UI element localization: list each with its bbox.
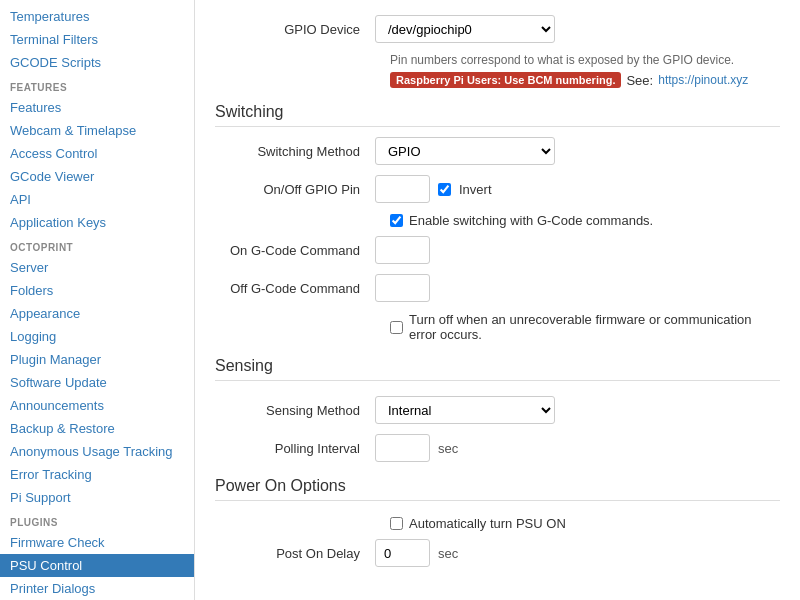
sidebar-item-printer-dialogs[interactable]: Printer Dialogs [0,577,194,600]
section-label-plugins: Plugins [0,509,194,531]
on-off-gpio-pin-row: On/Off GPIO Pin 17 Invert [215,175,780,203]
sensing-method-label: Sensing Method [215,403,375,418]
sidebar-item-terminal-filters[interactable]: Terminal Filters [0,28,194,51]
section-label-octoprint: OctoPrint [0,234,194,256]
invert-label: Invert [459,182,492,197]
sidebar-item-folders[interactable]: Folders [0,279,194,302]
polling-interval-control: 5 sec [375,434,458,462]
sidebar-item-plugin-manager[interactable]: Plugin Manager [0,348,194,371]
off-gcode-label: Off G-Code Command [215,281,375,296]
sidebar-item-webcam-timelapse[interactable]: Webcam & Timelapse [0,119,194,142]
off-gcode-input[interactable]: M81 [375,274,430,302]
on-gcode-row: On G-Code Command M80 [215,236,780,264]
gpio-alert-row: Raspberry Pi Users: Use BCM numbering. S… [390,72,780,88]
switching-method-control: GPIO [375,137,555,165]
turn-off-on-error-label: Turn off when an unrecoverable firmware … [409,312,780,342]
auto-turn-on-label: Automatically turn PSU ON [409,516,566,531]
sidebar-item-announcements[interactable]: Announcements [0,394,194,417]
sidebar-item-appearance[interactable]: Appearance [0,302,194,325]
sidebar-item-gcode-viewer[interactable]: GCode Viewer [0,165,194,188]
sidebar-item-anonymous-usage-tracking[interactable]: Anonymous Usage Tracking [0,440,194,463]
sidebar-item-software-update[interactable]: Software Update [0,371,194,394]
enable-switching-checkbox[interactable] [390,214,403,227]
section-label-features: Features [0,74,194,96]
turn-off-on-error-row: Turn off when an unrecoverable firmware … [390,312,780,342]
invert-checkbox[interactable] [438,183,451,196]
off-gcode-control: M81 [375,274,430,302]
sidebar: Temperatures Terminal Filters GCODE Scri… [0,0,195,600]
post-on-delay-row: Post On Delay sec [215,539,780,567]
sidebar-item-features[interactable]: Features [0,96,194,119]
polling-interval-row: Polling Interval 5 sec [215,434,780,462]
turn-off-on-error-checkbox[interactable] [390,321,403,334]
main-content: GPIO Device /dev/gpiochip0 Pin numbers c… [195,0,800,600]
sidebar-item-firmware-check[interactable]: Firmware Check [0,531,194,554]
on-off-gpio-pin-label: On/Off GPIO Pin [215,182,375,197]
sidebar-item-backup-restore[interactable]: Backup & Restore [0,417,194,440]
power-on-options-title: Power On Options [215,477,780,501]
sidebar-item-error-tracking[interactable]: Error Tracking [0,463,194,486]
off-gcode-row: Off G-Code Command M81 [215,274,780,302]
sensing-section-title: Sensing [215,357,780,381]
polling-interval-unit: sec [438,441,458,456]
enable-switching-label: Enable switching with G-Code commands. [409,213,653,228]
gpio-pin-input[interactable]: 17 [375,175,430,203]
on-gcode-control: M80 [375,236,430,264]
sidebar-item-logging[interactable]: Logging [0,325,194,348]
polling-interval-label: Polling Interval [215,441,375,456]
post-on-delay-label: Post On Delay [215,546,375,561]
sensing-method-select[interactable]: Internal [375,396,555,424]
on-gcode-input[interactable]: M80 [375,236,430,264]
sidebar-item-psu-control[interactable]: PSU Control [0,554,194,577]
switching-method-select[interactable]: GPIO [375,137,555,165]
auto-turn-on-checkbox[interactable] [390,517,403,530]
gpio-device-select[interactable]: /dev/gpiochip0 [375,15,555,43]
sensing-method-control: Internal [375,396,555,424]
pinout-link[interactable]: https://pinout.xyz [658,73,748,87]
switching-section-title: Switching [215,103,780,127]
gpio-info-text: Pin numbers correspond to what is expose… [390,53,780,67]
sidebar-item-access-control[interactable]: Access Control [0,142,194,165]
gpio-device-control: /dev/gpiochip0 [375,15,555,43]
gpio-alert-badge: Raspberry Pi Users: Use BCM numbering. [390,72,621,88]
enable-switching-row: Enable switching with G-Code commands. [390,213,780,228]
gpio-device-label: GPIO Device [215,22,375,37]
polling-interval-input[interactable]: 5 [375,434,430,462]
sidebar-item-pi-support[interactable]: Pi Support [0,486,194,509]
sensing-method-row: Sensing Method Internal [215,396,780,424]
sidebar-item-api[interactable]: API [0,188,194,211]
on-gcode-label: On G-Code Command [215,243,375,258]
post-on-delay-input[interactable] [375,539,430,567]
sidebar-item-server[interactable]: Server [0,256,194,279]
switching-method-row: Switching Method GPIO [215,137,780,165]
switching-method-label: Switching Method [215,144,375,159]
gpio-device-row: GPIO Device /dev/gpiochip0 [215,15,780,43]
sidebar-item-application-keys[interactable]: Application Keys [0,211,194,234]
sidebar-item-gcode-scripts[interactable]: GCODE Scripts [0,51,194,74]
auto-turn-on-row: Automatically turn PSU ON [390,516,780,531]
sidebar-item-temperatures[interactable]: Temperatures [0,5,194,28]
post-on-delay-control: sec [375,539,458,567]
on-off-gpio-pin-control: 17 Invert [375,175,492,203]
post-on-delay-unit: sec [438,546,458,561]
gpio-see-text: See: [626,73,653,88]
